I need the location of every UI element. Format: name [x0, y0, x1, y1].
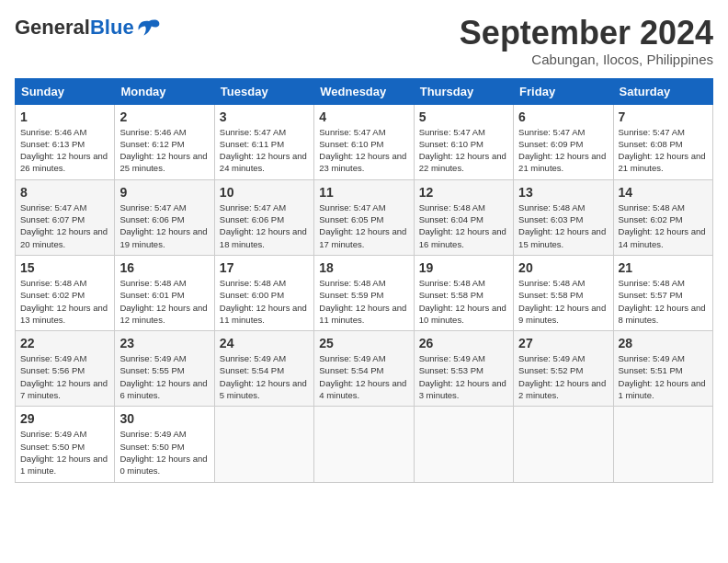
day-info: Sunrise: 5:47 AMSunset: 6:11 PMDaylight:…	[220, 126, 309, 175]
day-number: 21	[619, 260, 708, 275]
day-number: 6	[518, 109, 608, 124]
calendar-week-4: 22Sunrise: 5:49 AMSunset: 5:56 PMDayligh…	[16, 331, 713, 407]
day-number: 27	[518, 336, 608, 350]
day-info: Sunrise: 5:48 AMSunset: 5:58 PMDaylight:…	[518, 277, 608, 326]
calendar-header: SundayMondayTuesdayWednesdayThursdayFrid…	[16, 78, 713, 104]
day-number: 13	[518, 185, 608, 200]
day-number: 10	[220, 185, 309, 200]
header-monday: Monday	[115, 78, 214, 104]
day-info: Sunrise: 5:47 AMSunset: 6:06 PMDaylight:…	[119, 201, 209, 250]
day-info: Sunrise: 5:46 AMSunset: 6:12 PMDaylight:…	[119, 126, 209, 175]
day-cell-15: 15Sunrise: 5:48 AMSunset: 6:02 PMDayligh…	[16, 255, 115, 330]
empty-cell	[613, 407, 712, 482]
day-cell-9: 9Sunrise: 5:47 AMSunset: 6:06 PMDaylight…	[115, 179, 214, 255]
day-cell-18: 18Sunrise: 5:48 AMSunset: 5:59 PMDayligh…	[314, 255, 414, 330]
day-number: 11	[319, 185, 408, 200]
day-number: 12	[419, 185, 508, 200]
day-info: Sunrise: 5:48 AMSunset: 6:02 PMDaylight:…	[619, 201, 708, 250]
day-cell-2: 2Sunrise: 5:46 AMSunset: 6:12 PMDaylight…	[115, 104, 214, 179]
header-sunday: Sunday	[16, 78, 115, 104]
calendar-table: SundayMondayTuesdayWednesdayThursdayFrid…	[15, 78, 713, 483]
bird-icon	[136, 15, 162, 40]
day-cell-28: 28Sunrise: 5:49 AMSunset: 5:51 PMDayligh…	[613, 331, 712, 407]
day-cell-6: 6Sunrise: 5:47 AMSunset: 6:09 PMDaylight…	[514, 104, 613, 179]
title-block: September 2024 Cabungan, Ilocos, Philipp…	[460, 15, 713, 67]
day-number: 2	[119, 109, 209, 124]
day-number: 30	[119, 411, 209, 426]
day-number: 25	[319, 336, 408, 350]
header-wednesday: Wednesday	[314, 78, 414, 104]
logo: General Blue	[15, 15, 162, 40]
day-cell-29: 29Sunrise: 5:49 AMSunset: 5:50 PMDayligh…	[16, 407, 115, 482]
logo-general: General	[15, 16, 90, 40]
day-cell-8: 8Sunrise: 5:47 AMSunset: 6:07 PMDaylight…	[16, 179, 115, 255]
day-number: 20	[518, 260, 608, 275]
day-number: 22	[20, 336, 109, 350]
day-cell-5: 5Sunrise: 5:47 AMSunset: 6:10 PMDaylight…	[414, 104, 513, 179]
day-cell-7: 7Sunrise: 5:47 AMSunset: 6:08 PMDaylight…	[613, 104, 712, 179]
day-cell-23: 23Sunrise: 5:49 AMSunset: 5:55 PMDayligh…	[115, 331, 214, 407]
day-info: Sunrise: 5:47 AMSunset: 6:08 PMDaylight:…	[619, 126, 708, 175]
day-number: 16	[119, 260, 209, 275]
location: Cabungan, Ilocos, Philippines	[460, 52, 713, 67]
day-cell-27: 27Sunrise: 5:49 AMSunset: 5:52 PMDayligh…	[514, 331, 613, 407]
day-info: Sunrise: 5:49 AMSunset: 5:54 PMDaylight:…	[220, 352, 309, 401]
calendar-body: 1Sunrise: 5:46 AMSunset: 6:13 PMDaylight…	[16, 104, 713, 482]
day-cell-1: 1Sunrise: 5:46 AMSunset: 6:13 PMDaylight…	[16, 104, 115, 179]
day-info: Sunrise: 5:47 AMSunset: 6:09 PMDaylight:…	[518, 126, 608, 175]
day-cell-10: 10Sunrise: 5:47 AMSunset: 6:06 PMDayligh…	[214, 179, 313, 255]
day-number: 24	[220, 336, 309, 350]
day-number: 8	[20, 185, 109, 200]
day-cell-11: 11Sunrise: 5:47 AMSunset: 6:05 PMDayligh…	[314, 179, 414, 255]
day-cell-26: 26Sunrise: 5:49 AMSunset: 5:53 PMDayligh…	[414, 331, 513, 407]
day-number: 1	[20, 109, 109, 124]
header-row: SundayMondayTuesdayWednesdayThursdayFrid…	[16, 78, 713, 104]
day-cell-17: 17Sunrise: 5:48 AMSunset: 6:00 PMDayligh…	[214, 255, 313, 330]
day-info: Sunrise: 5:48 AMSunset: 5:58 PMDaylight:…	[419, 277, 508, 326]
day-number: 23	[119, 336, 209, 350]
header-saturday: Saturday	[613, 78, 712, 104]
day-cell-21: 21Sunrise: 5:48 AMSunset: 5:57 PMDayligh…	[613, 255, 712, 330]
day-number: 18	[319, 260, 408, 275]
day-number: 17	[220, 260, 309, 275]
day-info: Sunrise: 5:47 AMSunset: 6:07 PMDaylight:…	[20, 201, 109, 250]
day-cell-22: 22Sunrise: 5:49 AMSunset: 5:56 PMDayligh…	[16, 331, 115, 407]
day-cell-19: 19Sunrise: 5:48 AMSunset: 5:58 PMDayligh…	[414, 255, 513, 330]
empty-cell	[214, 407, 313, 482]
day-info: Sunrise: 5:49 AMSunset: 5:54 PMDaylight:…	[319, 352, 408, 401]
header-tuesday: Tuesday	[214, 78, 313, 104]
logo-blue: Blue	[90, 16, 134, 40]
day-info: Sunrise: 5:47 AMSunset: 6:05 PMDaylight:…	[319, 201, 408, 250]
day-info: Sunrise: 5:47 AMSunset: 6:10 PMDaylight:…	[419, 126, 508, 175]
day-cell-24: 24Sunrise: 5:49 AMSunset: 5:54 PMDayligh…	[214, 331, 313, 407]
day-info: Sunrise: 5:49 AMSunset: 5:50 PMDaylight:…	[20, 428, 109, 477]
day-info: Sunrise: 5:48 AMSunset: 6:03 PMDaylight:…	[518, 201, 608, 250]
empty-cell	[514, 407, 613, 482]
day-cell-14: 14Sunrise: 5:48 AMSunset: 6:02 PMDayligh…	[613, 179, 712, 255]
calendar-week-2: 8Sunrise: 5:47 AMSunset: 6:07 PMDaylight…	[16, 179, 713, 255]
day-info: Sunrise: 5:49 AMSunset: 5:56 PMDaylight:…	[20, 352, 109, 401]
day-cell-3: 3Sunrise: 5:47 AMSunset: 6:11 PMDaylight…	[214, 104, 313, 179]
calendar-week-5: 29Sunrise: 5:49 AMSunset: 5:50 PMDayligh…	[16, 407, 713, 482]
day-number: 5	[419, 109, 508, 124]
day-cell-25: 25Sunrise: 5:49 AMSunset: 5:54 PMDayligh…	[314, 331, 414, 407]
day-info: Sunrise: 5:49 AMSunset: 5:55 PMDaylight:…	[119, 352, 209, 401]
empty-cell	[414, 407, 513, 482]
day-number: 9	[119, 185, 209, 200]
day-info: Sunrise: 5:48 AMSunset: 6:00 PMDaylight:…	[220, 277, 309, 326]
header-thursday: Thursday	[414, 78, 513, 104]
day-number: 19	[419, 260, 508, 275]
day-info: Sunrise: 5:49 AMSunset: 5:50 PMDaylight:…	[119, 428, 209, 477]
day-info: Sunrise: 5:49 AMSunset: 5:52 PMDaylight:…	[518, 352, 608, 401]
day-number: 28	[619, 336, 708, 350]
calendar-week-1: 1Sunrise: 5:46 AMSunset: 6:13 PMDaylight…	[16, 104, 713, 179]
empty-cell	[314, 407, 414, 482]
calendar-week-3: 15Sunrise: 5:48 AMSunset: 6:02 PMDayligh…	[16, 255, 713, 330]
day-info: Sunrise: 5:48 AMSunset: 6:01 PMDaylight:…	[119, 277, 209, 326]
day-info: Sunrise: 5:46 AMSunset: 6:13 PMDaylight:…	[20, 126, 109, 175]
day-info: Sunrise: 5:48 AMSunset: 5:57 PMDaylight:…	[619, 277, 708, 326]
day-number: 7	[619, 109, 708, 124]
day-info: Sunrise: 5:49 AMSunset: 5:53 PMDaylight:…	[419, 352, 508, 401]
header-friday: Friday	[514, 78, 613, 104]
day-cell-12: 12Sunrise: 5:48 AMSunset: 6:04 PMDayligh…	[414, 179, 513, 255]
